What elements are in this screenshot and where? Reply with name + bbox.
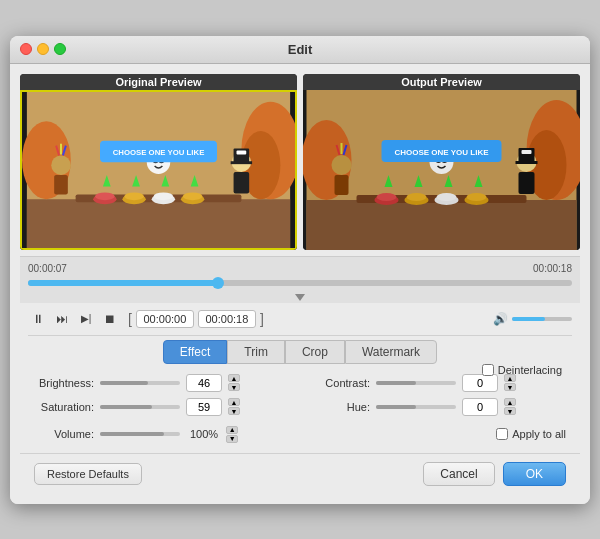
volume-up[interactable]: ▲ <box>226 426 238 434</box>
close-button[interactable] <box>20 43 32 55</box>
time-labels: 00:00:07 00:00:18 <box>28 263 572 274</box>
deinterlacing-label: Deinterlacing <box>498 364 562 376</box>
deinterlacing-checkbox[interactable] <box>482 364 494 376</box>
volume-spinner: ▲ ▼ <box>226 426 238 443</box>
timeline-arrow-down <box>295 294 305 301</box>
settings-grid: Brightness: ▲ ▼ Contrast: <box>34 374 566 416</box>
skip-button[interactable]: ▶| <box>76 309 96 329</box>
contrast-slider[interactable] <box>376 381 456 385</box>
svg-rect-1 <box>27 199 290 248</box>
brightness-down[interactable]: ▼ <box>228 383 240 391</box>
svg-point-44 <box>437 193 457 201</box>
start-time-label: 00:00:07 <box>28 263 67 274</box>
contrast-fill <box>376 381 416 385</box>
svg-point-18 <box>51 155 71 175</box>
brightness-label: Brightness: <box>34 377 94 389</box>
main-content: Original Preview <box>10 64 590 504</box>
tab-trim[interactable]: Trim <box>227 340 285 364</box>
saturation-input[interactable] <box>186 398 222 416</box>
svg-rect-34 <box>307 200 577 250</box>
settings-area: Brightness: ▲ ▼ Contrast: <box>20 364 580 453</box>
tab-effect[interactable]: Effect <box>163 340 227 364</box>
restore-defaults-button[interactable]: Restore Defaults <box>34 463 142 485</box>
svg-point-9 <box>124 192 144 200</box>
volume-row: Volume: 100% ▲ ▼ Apply to all <box>34 426 566 443</box>
svg-point-11 <box>154 192 174 200</box>
next-frame-button[interactable]: ⏭ <box>52 309 72 329</box>
footer: Restore Defaults Cancel OK <box>20 453 580 494</box>
bracket-close: ] <box>260 311 264 327</box>
brightness-spinner: ▲ ▼ <box>228 374 240 391</box>
output-preview-panel: Output Preview <box>303 74 580 250</box>
saturation-up[interactable]: ▲ <box>228 398 240 406</box>
saturation-label: Saturation: <box>34 401 94 413</box>
svg-point-46 <box>467 193 487 201</box>
tab-crop[interactable]: Crop <box>285 340 345 364</box>
svg-rect-59 <box>516 161 538 164</box>
apply-to-all-label: Apply to all <box>512 428 566 440</box>
timeline-area: 00:00:07 00:00:18 <box>20 256 580 303</box>
edit-window: Edit Original Preview <box>10 36 590 504</box>
transport-buttons: ⏸ ⏭ ▶| ⏹ <box>28 309 120 329</box>
volume-down[interactable]: ▼ <box>226 435 238 443</box>
end-time-label: 00:00:18 <box>533 263 572 274</box>
volume-icon: 🔊 <box>493 312 508 326</box>
maximize-button[interactable] <box>54 43 66 55</box>
saturation-slider[interactable] <box>100 405 180 409</box>
svg-rect-57 <box>519 172 535 194</box>
brightness-row: Brightness: ▲ ▼ <box>34 374 290 392</box>
svg-rect-24 <box>234 171 250 192</box>
original-preview-label: Original Preview <box>20 74 297 90</box>
svg-point-51 <box>332 155 352 175</box>
volume-bar[interactable] <box>512 317 572 321</box>
brightness-fill <box>100 381 148 385</box>
volume-slider[interactable] <box>100 432 180 436</box>
svg-point-7 <box>95 192 115 200</box>
hue-spinner: ▲ ▼ <box>504 398 516 415</box>
controls-row: ⏸ ⏭ ▶| ⏹ [ ] 🔊 <box>20 303 580 335</box>
contrast-row: Contrast: ▲ ▼ <box>310 374 566 392</box>
svg-rect-52 <box>335 175 349 195</box>
volume-fill <box>512 317 545 321</box>
brightness-up[interactable]: ▲ <box>228 374 240 382</box>
hue-slider[interactable] <box>376 405 456 409</box>
preview-row: Original Preview <box>20 74 580 250</box>
time-range: [ ] <box>128 310 264 328</box>
svg-rect-60 <box>522 150 532 154</box>
hue-up[interactable]: ▲ <box>504 398 516 406</box>
contrast-down[interactable]: ▼ <box>504 383 516 391</box>
pause-button[interactable]: ⏸ <box>28 309 48 329</box>
hue-down[interactable]: ▼ <box>504 407 516 415</box>
range-start-input[interactable] <box>136 310 194 328</box>
tabs-row: Effect Trim Crop Watermark <box>20 336 580 364</box>
apply-to-all-row: Apply to all <box>496 428 566 440</box>
timeline-progress <box>28 280 218 286</box>
svg-text:CHOOSE ONE YOU LIKE: CHOOSE ONE YOU LIKE <box>113 148 205 157</box>
svg-point-40 <box>377 193 397 201</box>
apply-to-all-checkbox[interactable] <box>496 428 508 440</box>
hue-row: Hue: ▲ ▼ <box>310 398 566 416</box>
timeline-track[interactable] <box>28 276 572 290</box>
hue-label: Hue: <box>310 401 370 413</box>
svg-point-13 <box>183 192 203 200</box>
hue-input[interactable] <box>462 398 498 416</box>
volume-label: Volume: <box>34 428 94 440</box>
svg-rect-26 <box>231 161 252 164</box>
stop-button[interactable]: ⏹ <box>100 309 120 329</box>
saturation-spinner: ▲ ▼ <box>228 398 240 415</box>
volume-area: 🔊 <box>493 312 572 326</box>
cancel-button[interactable]: Cancel <box>423 462 494 486</box>
timeline-handle[interactable] <box>212 277 224 289</box>
saturation-row: Saturation: ▲ ▼ <box>34 398 290 416</box>
range-end-input[interactable] <box>198 310 256 328</box>
brightness-slider[interactable] <box>100 381 180 385</box>
ok-button[interactable]: OK <box>503 462 566 486</box>
tab-watermark[interactable]: Watermark <box>345 340 437 364</box>
original-preview-panel: Original Preview <box>20 74 297 250</box>
saturation-down[interactable]: ▼ <box>228 407 240 415</box>
output-preview-content: CHOOSE ONE YOU LIKE <box>303 90 580 250</box>
brightness-input[interactable] <box>186 374 222 392</box>
contrast-label: Contrast: <box>310 377 370 389</box>
minimize-button[interactable] <box>37 43 49 55</box>
contrast-input[interactable] <box>462 374 498 392</box>
